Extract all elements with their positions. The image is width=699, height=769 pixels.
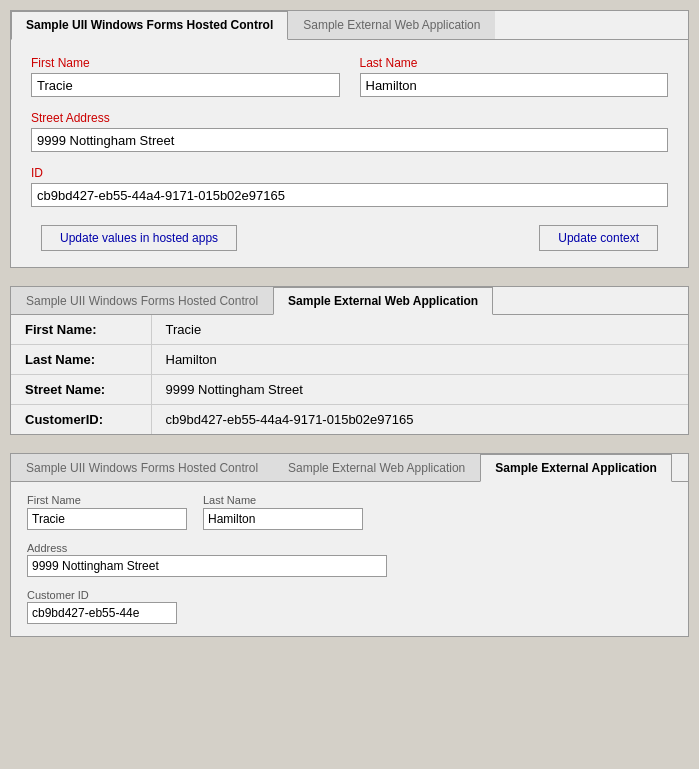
panel1: Sample UII Windows Forms Hosted Control … bbox=[10, 10, 689, 268]
panel3-address-label: Address bbox=[27, 542, 67, 554]
panel1-name-row: First Name Last Name bbox=[31, 56, 668, 97]
info-table: First Name: Tracie Last Name: Hamilton S… bbox=[11, 315, 688, 434]
customerid-label: CustomerID: bbox=[11, 405, 151, 435]
panel2: Sample UII Windows Forms Hosted Control … bbox=[10, 286, 689, 435]
panel3-tab-uii[interactable]: Sample UII Windows Forms Hosted Control bbox=[11, 454, 273, 481]
panel1-tab-uii[interactable]: Sample UII Windows Forms Hosted Control bbox=[11, 11, 288, 40]
panel2-tab-bar: Sample UII Windows Forms Hosted Control … bbox=[11, 287, 688, 315]
panel1-address-input[interactable] bbox=[31, 128, 668, 152]
update-values-button[interactable]: Update values in hosted apps bbox=[41, 225, 237, 251]
streetname-value: 9999 Nottingham Street bbox=[151, 375, 688, 405]
panel2-tab-external-web[interactable]: Sample External Web Application bbox=[273, 287, 493, 315]
panel1-id-row: ID bbox=[31, 166, 668, 207]
panel3-tab-bar: Sample UII Windows Forms Hosted Control … bbox=[11, 454, 688, 482]
panel1-content: First Name Last Name Street Address ID U… bbox=[11, 40, 688, 267]
panel1-id-input[interactable] bbox=[31, 183, 668, 207]
panel1-id-group: ID bbox=[31, 166, 668, 207]
panel1-firstname-group: First Name bbox=[31, 56, 340, 97]
customerid-value: cb9bd427-eb55-44a4-9171-015b02e97165 bbox=[151, 405, 688, 435]
panel1-tab-bar: Sample UII Windows Forms Hosted Control … bbox=[11, 11, 688, 40]
panel2-tab-uii[interactable]: Sample UII Windows Forms Hosted Control bbox=[11, 287, 273, 314]
panel1-address-label: Street Address bbox=[31, 111, 668, 125]
panel3-customerid-label: Customer ID bbox=[27, 589, 89, 601]
panel3-lastname-group: Last Name bbox=[203, 494, 363, 530]
firstname-value: Tracie bbox=[151, 315, 688, 345]
panel3-lastname-input[interactable] bbox=[203, 508, 363, 530]
panel3: Sample UII Windows Forms Hosted Control … bbox=[10, 453, 689, 637]
lastname-label: Last Name: bbox=[11, 345, 151, 375]
panel3-firstname-input[interactable] bbox=[27, 508, 187, 530]
panel3-lastname-label: Last Name bbox=[203, 494, 363, 506]
panel1-address-group: Street Address bbox=[31, 111, 668, 152]
panel3-customerid-input[interactable] bbox=[27, 602, 177, 624]
update-context-button[interactable]: Update context bbox=[539, 225, 658, 251]
panel1-firstname-input[interactable] bbox=[31, 73, 340, 97]
lastname-value: Hamilton bbox=[151, 345, 688, 375]
panel1-firstname-label: First Name bbox=[31, 56, 340, 70]
table-row: CustomerID: cb9bd427-eb55-44a4-9171-015b… bbox=[11, 405, 688, 435]
panel1-lastname-group: Last Name bbox=[360, 56, 669, 97]
panel3-customerid-row: Customer ID bbox=[27, 587, 672, 624]
panel1-lastname-label: Last Name bbox=[360, 56, 669, 70]
panel3-firstname-group: First Name bbox=[27, 494, 187, 530]
panel3-address-row: Address bbox=[27, 540, 672, 577]
panel3-name-row: First Name Last Name bbox=[27, 494, 672, 530]
panel1-address-row: Street Address bbox=[31, 111, 668, 152]
panel1-id-label: ID bbox=[31, 166, 668, 180]
panel3-tab-external-app[interactable]: Sample External Application bbox=[480, 454, 672, 482]
panel3-tab-external-web[interactable]: Sample External Web Application bbox=[273, 454, 480, 481]
table-row: Street Name: 9999 Nottingham Street bbox=[11, 375, 688, 405]
panel1-lastname-input[interactable] bbox=[360, 73, 669, 97]
panel1-button-row: Update values in hosted apps Update cont… bbox=[31, 225, 668, 251]
panel2-content: First Name: Tracie Last Name: Hamilton S… bbox=[11, 315, 688, 434]
streetname-label: Street Name: bbox=[11, 375, 151, 405]
table-row: First Name: Tracie bbox=[11, 315, 688, 345]
panel3-address-input[interactable] bbox=[27, 555, 387, 577]
panel1-tab-external-web[interactable]: Sample External Web Application bbox=[288, 11, 495, 39]
panel3-content: First Name Last Name Address Customer ID bbox=[11, 482, 688, 636]
table-row: Last Name: Hamilton bbox=[11, 345, 688, 375]
panel3-firstname-label: First Name bbox=[27, 494, 187, 506]
firstname-label: First Name: bbox=[11, 315, 151, 345]
